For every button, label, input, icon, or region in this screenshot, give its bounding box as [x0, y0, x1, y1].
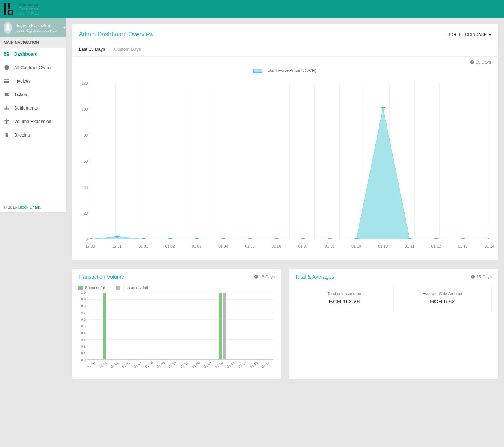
chart1-yaxis: 020406080100120: [79, 83, 89, 239]
shield-icon: [4, 65, 10, 71]
brand-line3: ICO STAGE: [19, 11, 39, 15]
sidebar-item-label: All Contract Owner: [14, 65, 52, 70]
chart2-xaxis: 12-3012-3101-0101-0201-0301-0401-0501-06…: [87, 361, 273, 371]
sidebar: Joyesh Karmakar joyesh1@codomotive.com ▾…: [0, 18, 66, 212]
panel-overview: Admin Dashboard Overview BCH- BITCOINCAS…: [72, 24, 498, 261]
chart-invoice-amount: Total Invoice Amount (BCH) 0204060801001…: [72, 64, 498, 260]
legend-swatch-unsuccess-icon: [116, 286, 120, 290]
sidebar-item-settlements[interactable]: Settlements: [0, 101, 66, 115]
footer-suffix: .: [40, 205, 41, 209]
chart2-plot: [87, 293, 273, 360]
svg-marker-0: [90, 108, 489, 239]
sidebar-item-volume-expansion[interactable]: Volume Expansion: [0, 115, 66, 128]
user-email: joyesh1@codomotive.com: [16, 28, 59, 33]
chart2-legend: Successfull Unsuccessfull: [72, 280, 281, 293]
chart1-plot: [90, 83, 489, 239]
nav-header: MAIN NAVIGATION: [0, 37, 66, 48]
user-meta: Joyesh Karmakar joyesh1@codomotive.com: [16, 23, 59, 33]
crypto-select-label: BCH- BITCOINCASH: [448, 32, 487, 37]
svg-point-7: [248, 238, 252, 239]
sidebar-item-dashboard[interactable]: Dashboard: [0, 48, 66, 61]
brand-mark-icon: [3, 3, 16, 15]
clock-icon: [470, 60, 474, 64]
sidebar-item-label: Invoices: [14, 79, 31, 84]
chart-transaction-volume: 0.00.10.20.30.40.50.60.70.80.91.0 12-301…: [78, 293, 275, 371]
sidebar-item-tickets[interactable]: Tickets: [0, 88, 66, 101]
tab-last-15-days[interactable]: Last 15 Days: [79, 47, 105, 56]
legend-success-label: Successfull: [85, 285, 106, 290]
overview-badge-text: 15 Days: [476, 60, 491, 64]
card-icon: [4, 78, 10, 84]
svg-point-4: [168, 238, 173, 239]
footer-link[interactable]: Block Chain: [18, 205, 40, 209]
clock-icon: [254, 275, 258, 279]
sidebar-item-invoices[interactable]: Invoices: [0, 74, 66, 88]
sidebar-item-label: Tickets: [14, 92, 28, 97]
brand-line2: Consultants: [19, 7, 39, 11]
totals-grid: Total sales volume BCH 102.28 Average Sa…: [295, 286, 492, 310]
topbar: Hashcash Consultants ICO STAGE: [0, 0, 504, 18]
chart1-legend-label: Total Invoice Amount (BCH): [266, 68, 316, 73]
svg-point-16: [487, 238, 489, 239]
totals-cell-sales-volume: Total sales volume BCH 102.28: [295, 286, 393, 310]
chart1-legend: Total Invoice Amount (BCH): [79, 68, 491, 73]
svg-point-9: [301, 238, 306, 239]
bitcoin-icon: [4, 132, 10, 138]
svg-point-6: [221, 238, 226, 239]
footer-prefix: © 2016: [4, 205, 18, 209]
svg-point-12: [381, 107, 385, 109]
sidebar-item-label: Volume Expansion: [14, 119, 51, 124]
sidebar-item-label: Settlements: [14, 105, 38, 111]
page-title: Admin Dashboard Overview: [79, 31, 153, 38]
chart2-yaxis: 0.00.10.20.30.40.50.60.70.80.91.0: [78, 293, 86, 360]
tabs: Last 15 Days Custom Days: [72, 38, 498, 57]
totals-value: BCH 102.28: [298, 298, 390, 304]
legend-swatch-icon: [253, 69, 262, 73]
brand-line1: Hashcash: [19, 3, 39, 7]
svg-point-8: [274, 238, 279, 239]
svg-point-10: [328, 238, 332, 239]
svg-point-5: [194, 238, 199, 239]
sidebar-item-label: Dashboard: [14, 52, 38, 57]
layers-icon: [4, 119, 10, 125]
brand-text: Hashcash Consultants ICO STAGE: [19, 3, 39, 15]
totals-badge: 15 Days: [471, 275, 492, 279]
overview-badge: 15 Days: [72, 57, 498, 64]
tx-badge-text: 15 Days: [260, 275, 275, 279]
legend-unsuccess-label: Unsuccessfull: [123, 285, 148, 290]
panel-totals: Total & Averages 15 Days Total sales vol…: [289, 268, 498, 379]
sidebar-footer: © 2016 Block Chain.: [0, 202, 66, 212]
sidebar-item-bitcoins[interactable]: Bitcoins: [0, 128, 66, 142]
tab-custom-days[interactable]: Custom Days: [114, 47, 141, 56]
tx-title: Transaction Volume: [78, 274, 124, 280]
totals-cell-avg-sale: Average Sale Amount BCH 6.82: [393, 286, 492, 310]
bar-chart-icon: [4, 105, 10, 111]
user-icon: [4, 24, 12, 32]
tx-badge: 15 Days: [254, 275, 275, 279]
svg-point-1: [90, 238, 93, 239]
content: Admin Dashboard Overview BCH- BITCOINCAS…: [66, 18, 504, 392]
crypto-select[interactable]: BCH- BITCOINCASH ▾: [448, 32, 491, 37]
svg-point-2: [115, 236, 120, 238]
brand-logo[interactable]: Hashcash Consultants ICO STAGE: [3, 0, 39, 18]
dashboard-icon: [4, 51, 10, 57]
chart1-series: [90, 83, 489, 239]
chevron-down-icon[interactable]: ▾: [63, 25, 65, 30]
totals-title: Total & Averages: [295, 274, 334, 280]
totals-label: Average Sale Amount: [397, 291, 489, 296]
panel-transaction-volume: Transaction Volume 15 Days Successfull U…: [72, 268, 281, 379]
sidebar-item-contract-owner[interactable]: All Contract Owner: [0, 61, 66, 74]
svg-point-14: [434, 238, 439, 239]
chart1-xaxis: 12-3012-3101-0101-0201-0301-0401-0501-06…: [90, 241, 489, 248]
avatar: [4, 22, 12, 34]
svg-point-15: [460, 238, 465, 239]
totals-value: BCH 6.82: [397, 298, 489, 304]
caret-down-icon: ▾: [489, 33, 491, 37]
sidebar-item-label: Bitcoins: [14, 132, 30, 138]
clock-icon: [471, 275, 475, 279]
ticket-icon: [4, 92, 10, 98]
user-block[interactable]: Joyesh Karmakar joyesh1@codomotive.com ▾: [0, 18, 66, 37]
svg-point-3: [141, 238, 146, 239]
user-name: Joyesh Karmakar: [16, 23, 59, 28]
totals-label: Total sales volume: [298, 291, 390, 296]
